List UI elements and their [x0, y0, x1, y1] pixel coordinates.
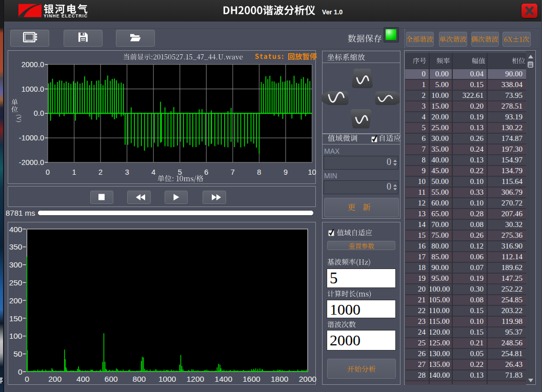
svg-text:2000: 2000: [299, 375, 317, 383]
svg-text:100: 100: [9, 332, 23, 340]
svg-text:800: 800: [133, 375, 146, 383]
svg-text:1000: 1000: [158, 375, 176, 383]
svg-text:400: 400: [9, 225, 23, 234]
svg-text:200: 200: [9, 296, 23, 305]
svg-text:350: 350: [9, 242, 23, 251]
svg-text:1800: 1800: [271, 375, 289, 383]
svg-text:0: 0: [18, 367, 23, 376]
svg-text:1400: 1400: [215, 375, 233, 383]
svg-text:400: 400: [76, 375, 90, 383]
svg-text:1600: 1600: [243, 375, 260, 383]
svg-text:150: 150: [9, 314, 23, 323]
svg-text:50: 50: [13, 349, 23, 358]
svg-text:600: 600: [105, 375, 118, 383]
svg-text:1200: 1200: [187, 375, 205, 383]
svg-text:300: 300: [9, 260, 23, 269]
svg-text:0: 0: [25, 375, 29, 383]
svg-text:200: 200: [48, 375, 62, 383]
svg-text:250: 250: [9, 278, 23, 287]
